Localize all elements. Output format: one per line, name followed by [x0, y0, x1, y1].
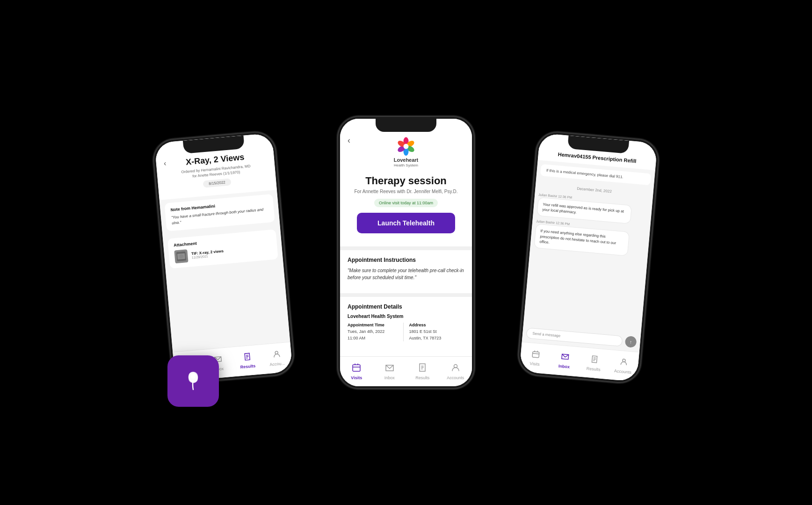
attachment-info: TIF: X-ray, 2 views 11/29/2021 [191, 245, 272, 260]
svg-rect-17 [532, 352, 539, 358]
results-label-center: Results [415, 375, 429, 380]
xray-thumb-icon [176, 252, 187, 262]
center-phone-notch [376, 119, 436, 132]
therapy-title: Therapy session [365, 175, 447, 187]
section-divider-2 [340, 293, 472, 297]
loveheart-logo-icon [396, 136, 416, 156]
address-col: Address 1801 E 51st StAustin, TX 78723 [404, 323, 465, 341]
nav-accounts-left[interactable]: Accou... [261, 349, 292, 368]
right-phone-screen: Hemrav04155 Prescription Refill If this … [519, 133, 658, 382]
accounts-icon-right [619, 357, 628, 368]
visits-icon-right [531, 350, 540, 361]
appointment-instructions-section: Appointment Instructions "Make sure to c… [340, 250, 472, 288]
appointment-details: Loveheart Health System Appointment Time… [348, 314, 464, 341]
center-phone: ‹ Loveh [338, 117, 474, 388]
appointment-time-label: Appointment Time [348, 323, 399, 327]
note-card: Note from Hemamalini "You have a small f… [164, 194, 275, 231]
nav-accounts-right[interactable]: Accounts [608, 356, 639, 375]
xray-date: 8/15/2022 [203, 179, 232, 188]
visits-label-right: Visits [529, 361, 540, 367]
nav-visits-right[interactable]: Visits [520, 349, 551, 368]
accounts-label-left: Accou... [269, 361, 285, 367]
svg-point-14 [403, 144, 408, 149]
accounts-icon-center [451, 363, 460, 375]
app-icon [167, 355, 219, 407]
launch-telehealth-button[interactable]: Launch Telehealth [357, 213, 455, 233]
instruction-text: "Make sure to complete your telehealth p… [348, 267, 464, 281]
inbox-label-center: Inbox [384, 375, 395, 380]
nav-inbox-center[interactable]: Inbox [373, 363, 406, 380]
inbox-icon-right [560, 352, 570, 363]
org-name: Loveheart Health System [348, 314, 464, 319]
center-phone-screen: ‹ Loveh [340, 119, 472, 386]
inbox-icon-center [385, 363, 394, 375]
nav-results-right[interactable]: Results [579, 354, 609, 373]
instructions-title: Appointment Instructions [348, 257, 464, 263]
appointment-time-col: Appointment Time Tues, Jan 4th, 202211:0… [348, 323, 404, 341]
results-label-left: Results [240, 363, 255, 369]
send-button[interactable]: ↑ [625, 336, 637, 348]
msg-title: Hemrav04155 Prescription Refill [546, 151, 649, 165]
detail-row: Appointment Time Tues, Jan 4th, 202211:0… [348, 323, 464, 341]
nav-results-center[interactable]: Results [406, 363, 439, 380]
appointment-details-section: Appointment Details Loveheart Health Sys… [340, 297, 472, 348]
plant-svg-icon [179, 367, 207, 395]
left-phone-screen: ‹ X-Ray, 2 Views Ordered by Hemamalini R… [154, 133, 293, 382]
logo-area: Loveheart Health System [394, 136, 419, 167]
therapy-subtitle: For Annette Reeves with Dr. Jennifer Mel… [354, 189, 457, 194]
nav-results-left[interactable]: Results [232, 351, 263, 370]
svg-rect-15 [353, 365, 360, 371]
center-back-icon[interactable]: ‹ [348, 136, 350, 145]
inbox-label-right: Inbox [558, 364, 570, 369]
online-badge: Online visit today at 11:00am [374, 199, 438, 207]
nav-inbox-right[interactable]: Inbox [549, 351, 580, 370]
accounts-icon-left [272, 350, 281, 361]
details-title: Appointment Details [348, 303, 464, 310]
logo-subname: Health System [394, 163, 418, 167]
accounts-label-right: Accounts [614, 368, 632, 375]
center-bottom-nav: Visits Inbox Results [340, 356, 472, 386]
left-phone: ‹ X-Ray, 2 Views Ordered by Hemamalini R… [152, 131, 295, 384]
appointment-time-value: Tues, Jan 4th, 202211:00 AM [348, 329, 399, 341]
nav-accounts-center[interactable]: Accounts [439, 363, 472, 380]
address-value: 1801 E 51st StAustin, TX 78723 [409, 329, 461, 341]
results-icon-center [418, 363, 427, 375]
right-phone: Hemrav04155 Prescription Refill If this … [517, 131, 660, 384]
results-icon-right [589, 355, 599, 366]
visits-icon-center [352, 363, 361, 375]
visits-label-center: Visits [351, 375, 362, 380]
results-icon-left [242, 352, 252, 363]
logo-name: Loveheart [394, 157, 419, 163]
nav-visits-center[interactable]: Visits [340, 363, 373, 380]
center-header: ‹ Loveh [340, 119, 472, 241]
section-divider-1 [340, 246, 472, 250]
address-label: Address [409, 323, 461, 327]
accounts-label-center: Accounts [447, 375, 464, 380]
results-label-right: Results [586, 366, 601, 372]
attachment-card: Attachment TIF: X-ray, 2 views 11/29/202… [167, 230, 278, 269]
attachment-thumbnail [174, 249, 188, 263]
